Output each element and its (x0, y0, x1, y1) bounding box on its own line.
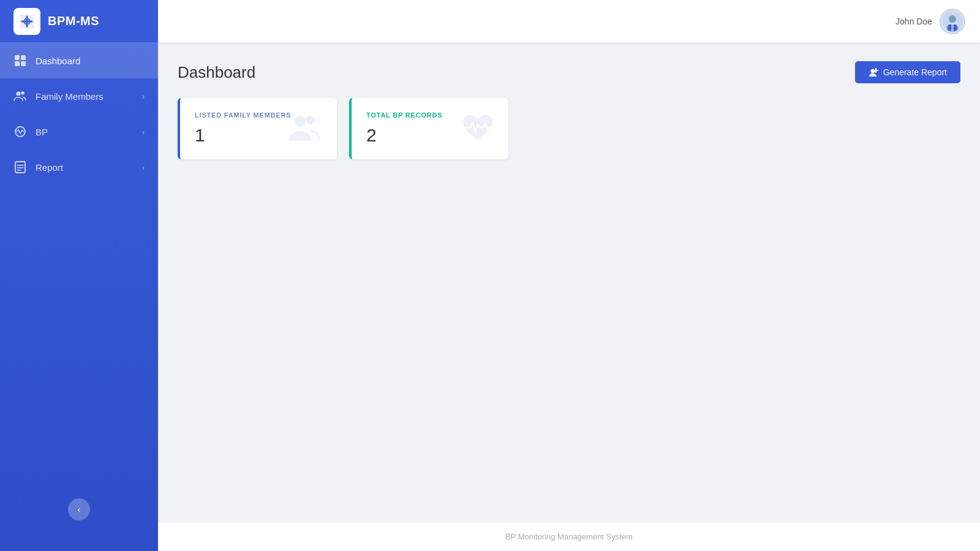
bp-records-card: TOTAL BP RECORDS 2 (349, 98, 508, 159)
stats-cards-row: LISTED FAMILY MEMBERS 1 TOTAL BP RECORDS… (178, 98, 960, 159)
report-icon (13, 160, 27, 174)
page-header-row: Dashboard Generate Report (178, 61, 960, 83)
svg-point-19 (295, 116, 306, 127)
app-logo-icon (13, 8, 40, 35)
family-icon (13, 89, 27, 103)
footer-text: BP Monitoring Management System (505, 532, 633, 541)
avatar (940, 9, 965, 34)
user-info: John Doe (895, 9, 965, 34)
sidebar-item-family-members[interactable]: Family Members › (0, 78, 158, 114)
bp-label: BP (36, 127, 142, 137)
footer: BP Monitoring Management System (158, 522, 980, 551)
logo-area: BPM-MS (0, 0, 158, 43)
sidebar: BPM-MS Dashboard Family Members › (0, 0, 158, 551)
svg-rect-10 (15, 162, 25, 173)
dashboard-icon (13, 54, 27, 67)
main-content: John Doe Dashboard (158, 0, 980, 551)
person-plus-icon (869, 67, 878, 77)
family-members-label: Family Members (36, 91, 142, 102)
header: John Doe (158, 0, 980, 43)
bp-chevron: › (142, 127, 145, 137)
svg-point-20 (306, 116, 315, 125)
svg-point-12 (949, 15, 956, 23)
user-name: John Doe (895, 17, 932, 26)
generate-report-label: Generate Report (883, 67, 947, 77)
bp-icon (13, 125, 27, 138)
svg-rect-15 (951, 24, 954, 31)
page-title: Dashboard (178, 63, 255, 82)
report-label: Report (36, 162, 142, 173)
generate-report-button[interactable]: Generate Report (855, 61, 960, 83)
app-name: BPM-MS (48, 14, 99, 28)
sidebar-item-dashboard[interactable]: Dashboard (0, 43, 158, 78)
report-chevron: › (142, 163, 145, 172)
svg-point-8 (21, 91, 24, 95)
heartbeat-card-icon (461, 111, 495, 146)
family-card-icon (288, 113, 323, 144)
family-members-card: LISTED FAMILY MEMBERS 1 (178, 98, 337, 159)
page-content: Dashboard Generate Report LISTED FAMILY … (158, 43, 980, 522)
svg-rect-5 (15, 61, 20, 66)
chevron-left-icon: ‹ (78, 504, 81, 514)
sidebar-collapse-button[interactable]: ‹ (68, 498, 90, 520)
sidebar-item-bp[interactable]: BP › (0, 114, 158, 149)
svg-rect-3 (15, 55, 20, 60)
svg-point-7 (17, 92, 21, 96)
sidebar-item-report[interactable]: Report › (0, 149, 158, 185)
svg-rect-6 (21, 61, 26, 66)
svg-rect-4 (21, 55, 26, 60)
family-members-chevron: › (142, 92, 145, 101)
dashboard-label: Dashboard (36, 56, 145, 66)
